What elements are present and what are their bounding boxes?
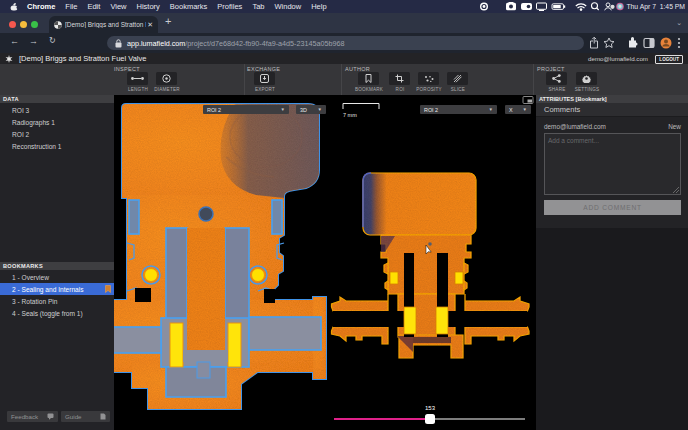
svg-text:7 mm: 7 mm	[343, 112, 357, 118]
svg-text:153: 153	[425, 405, 436, 411]
